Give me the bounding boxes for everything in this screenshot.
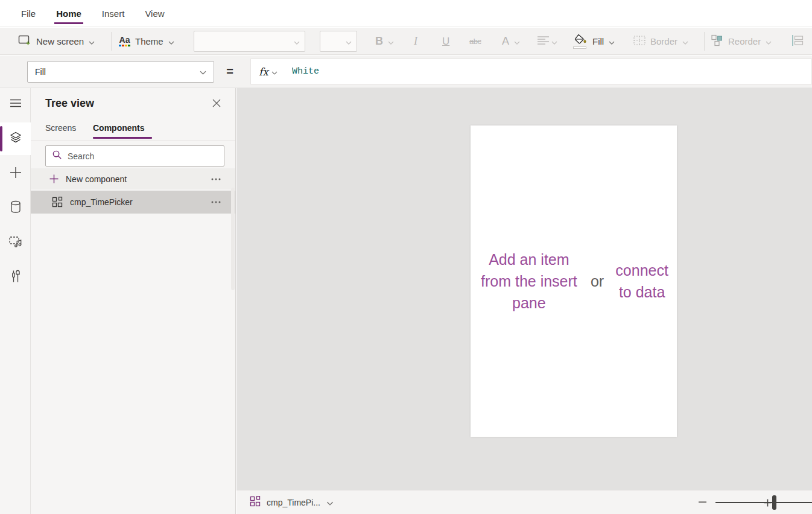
chevron-down-icon — [326, 497, 334, 508]
strikethrough-icon: abc — [469, 37, 481, 46]
chevron-down-icon — [346, 36, 352, 47]
plus-icon — [49, 174, 59, 183]
tab-screens[interactable]: Screens — [45, 123, 76, 133]
toolbar-separator — [111, 32, 112, 51]
strikethrough-button[interactable]: abc — [469, 28, 481, 55]
database-icon — [10, 200, 22, 216]
chevron-down-icon — [682, 36, 688, 47]
current-component-name: cmp_TimePi... — [267, 498, 320, 507]
toolbar-separator — [704, 32, 705, 51]
fill-button[interactable]: Fill — [573, 28, 615, 55]
bold-button[interactable]: B — [375, 28, 394, 55]
new-screen-icon — [18, 35, 31, 48]
tree-view-icon — [9, 131, 22, 147]
component-icon — [52, 197, 63, 208]
zoom-in-icon[interactable] — [764, 498, 772, 509]
insert-rail-button[interactable] — [0, 158, 31, 189]
fill-label: Fill — [592, 36, 604, 46]
plus-icon — [10, 167, 22, 181]
theme-label: Theme — [135, 36, 163, 46]
insert-pane-link[interactable]: Add an item from the insert pane — [475, 249, 583, 314]
font-size-dropdown[interactable] — [320, 31, 357, 52]
component-icon — [250, 496, 261, 509]
overflow-menu-button[interactable] — [211, 178, 221, 180]
chevron-down-icon — [294, 36, 300, 47]
new-component-button[interactable]: New component — [31, 168, 235, 189]
align-button[interactable] — [791, 28, 805, 55]
fill-color-swatch — [573, 46, 586, 49]
menu-insert[interactable]: Insert — [101, 6, 125, 21]
fx-icon: fx — [259, 66, 268, 78]
font-color-button[interactable]: A — [502, 28, 520, 55]
menu-bar: File Home Insert View — [0, 0, 812, 27]
chevron-down-icon — [766, 36, 772, 47]
chevron-down-icon — [271, 66, 278, 77]
new-component-label: New component — [66, 174, 127, 184]
tree-search[interactable] — [45, 145, 224, 167]
align-objects-icon — [791, 34, 805, 49]
italic-icon: I — [414, 35, 417, 48]
data-rail-button[interactable] — [0, 192, 31, 224]
chevron-down-icon — [388, 36, 394, 47]
connect-to-data-link[interactable]: connect to data — [612, 259, 672, 303]
tree-item-cmp-timepicker[interactable]: cmp_TimePicker — [31, 191, 235, 214]
power-apps-studio: File Home Insert View New screen Aa Them… — [0, 0, 812, 514]
status-bar: cmp_TimePi... — [236, 490, 812, 514]
component-artboard[interactable]: Add an item from the insert pane or conn… — [471, 125, 677, 437]
menu-home[interactable]: Home — [56, 6, 82, 21]
italic-button[interactable]: I — [414, 28, 417, 55]
menu-view[interactable]: View — [144, 6, 165, 21]
chevron-down-icon — [514, 36, 520, 47]
reorder-button[interactable]: Reorder — [711, 28, 772, 55]
formula-input-container: fx — [250, 59, 812, 84]
hamburger-icon — [10, 99, 22, 110]
close-icon — [212, 99, 221, 110]
chevron-down-icon — [609, 36, 615, 47]
tab-components[interactable]: Components — [93, 123, 145, 133]
screen-selector[interactable]: cmp_TimePi... — [250, 490, 334, 514]
theme-button[interactable]: Aa Theme — [119, 28, 174, 55]
media-rail-button[interactable] — [0, 227, 31, 259]
zoom-slider-thumb[interactable] — [772, 495, 776, 510]
selection-indicator — [0, 126, 2, 151]
menu-file[interactable]: File — [21, 6, 36, 21]
chevron-down-icon — [551, 36, 557, 47]
new-screen-label: New screen — [36, 36, 84, 46]
left-navigation-rail — [0, 88, 31, 514]
panel-scrollbar[interactable] — [231, 188, 235, 290]
reorder-label: Reorder — [728, 36, 761, 46]
advanced-tools-rail-button[interactable] — [0, 262, 31, 293]
empty-canvas-hint: Add an item from the insert pane or conn… — [475, 249, 672, 314]
text-alignment-button[interactable] — [537, 28, 557, 55]
theme-icon: Aa — [119, 36, 130, 46]
ribbon-toolbar: New screen Aa Theme B I U — [0, 28, 812, 55]
active-tab-underline — [93, 137, 152, 139]
fill-bucket-icon — [573, 34, 588, 49]
border-button[interactable]: Border — [633, 28, 688, 55]
media-icon — [8, 235, 23, 251]
tree-item-label: cmp_TimePicker — [70, 197, 133, 207]
close-panel-button[interactable] — [210, 98, 223, 111]
hamburger-menu-button[interactable] — [0, 89, 31, 120]
search-input[interactable] — [68, 151, 218, 161]
hint-or-text: or — [591, 270, 604, 292]
reorder-icon — [711, 34, 723, 49]
chevron-down-icon — [200, 67, 206, 77]
formula-bar: Fill = fx — [0, 56, 812, 87]
tabs-divider — [31, 141, 235, 141]
fx-button[interactable]: fx — [259, 66, 278, 78]
overflow-menu-button[interactable] — [211, 201, 221, 203]
formula-input[interactable] — [292, 66, 811, 77]
property-dropdown-value: Fill — [35, 67, 46, 77]
new-screen-button[interactable]: New screen — [18, 28, 95, 55]
equals-sign: = — [223, 56, 237, 87]
zoom-out-button[interactable] — [699, 501, 706, 503]
property-dropdown[interactable]: Fill — [27, 61, 214, 83]
tree-view-panel: Tree view Screens Components New compone… — [31, 88, 236, 514]
design-canvas[interactable]: Add an item from the insert pane or conn… — [236, 88, 812, 514]
tree-view-rail-button[interactable] — [0, 122, 31, 155]
text-align-icon — [537, 36, 550, 48]
panel-title: Tree view — [45, 97, 94, 110]
underline-button[interactable]: U — [442, 28, 449, 55]
font-family-dropdown[interactable] — [194, 31, 305, 52]
